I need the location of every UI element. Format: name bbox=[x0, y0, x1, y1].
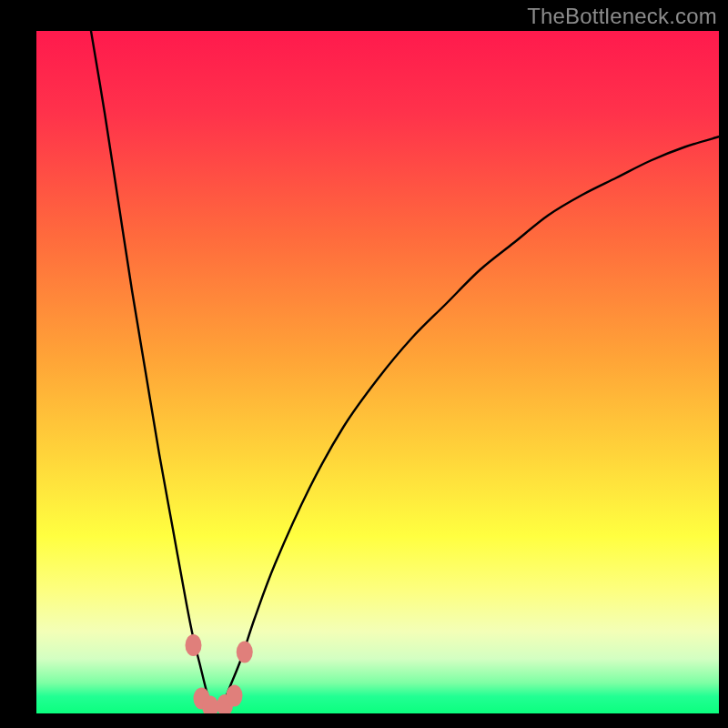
series-left-branch bbox=[91, 31, 214, 713]
data-markers bbox=[186, 634, 253, 713]
marker-5 bbox=[227, 685, 243, 707]
bottleneck-curve bbox=[91, 31, 719, 713]
chart-frame: TheBottleneck.com bbox=[0, 0, 728, 728]
series-right-branch bbox=[221, 136, 720, 713]
marker-0 bbox=[186, 634, 202, 656]
plot-area bbox=[36, 31, 719, 713]
watermark-text: TheBottleneck.com bbox=[527, 4, 717, 29]
curve-layer bbox=[36, 31, 719, 713]
marker-1 bbox=[237, 642, 253, 663]
